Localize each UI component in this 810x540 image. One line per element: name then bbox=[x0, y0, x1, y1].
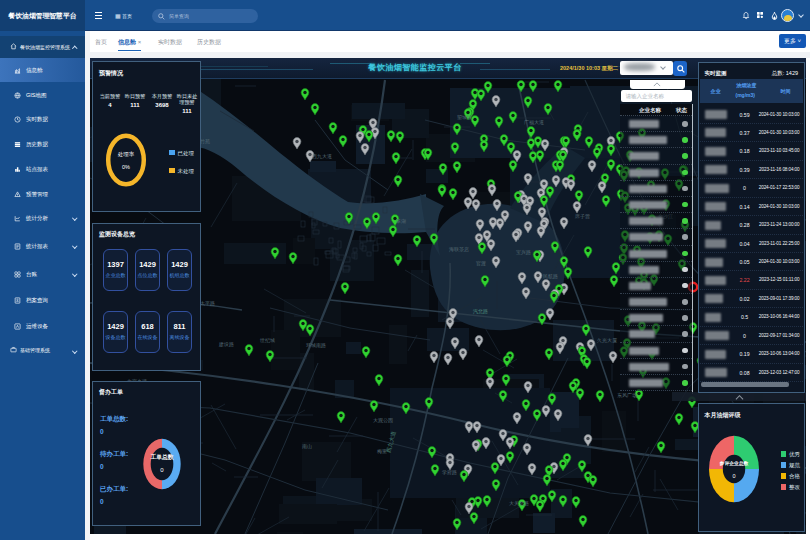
svg-text:太平路: 太平路 bbox=[200, 300, 215, 306]
svg-text:世纪城: 世纪城 bbox=[259, 337, 275, 343]
svg-text:0%: 0% bbox=[122, 164, 130, 170]
svg-text:官渡: 官渡 bbox=[476, 260, 486, 267]
svg-text:处理率: 处理率 bbox=[118, 151, 135, 158]
svg-text:翠湖: 翠湖 bbox=[395, 218, 406, 224]
svg-text:广福大道: 广福大道 bbox=[524, 119, 544, 126]
svg-text:大关北路: 大关北路 bbox=[509, 500, 529, 507]
svg-text:参评企业总数: 参评企业总数 bbox=[718, 460, 748, 467]
svg-text:工单总数: 工单总数 bbox=[149, 452, 173, 460]
svg-text:建设路: 建设路 bbox=[218, 341, 234, 348]
svg-text:南山: 南山 bbox=[302, 443, 312, 449]
svg-text:民航路: 民航路 bbox=[543, 273, 558, 280]
svg-text:汽北路: 汽北路 bbox=[473, 308, 488, 315]
svg-text:环城南路: 环城南路 bbox=[306, 342, 326, 348]
svg-text:学府路: 学府路 bbox=[442, 469, 457, 475]
svg-text:0: 0 bbox=[732, 473, 735, 479]
svg-text:西九大道: 西九大道 bbox=[312, 153, 332, 160]
svg-text:席子营: 席子营 bbox=[574, 213, 590, 220]
svg-text:海联茶店: 海联茶店 bbox=[449, 246, 469, 253]
svg-text:望城坡: 望城坡 bbox=[457, 114, 472, 120]
svg-text:久光大厦: 久光大厦 bbox=[597, 337, 617, 344]
svg-text:宝兴路: 宝兴路 bbox=[516, 249, 531, 255]
svg-text:东风广场: 东风广场 bbox=[617, 392, 637, 399]
svg-text:大观公园: 大观公园 bbox=[373, 417, 393, 424]
